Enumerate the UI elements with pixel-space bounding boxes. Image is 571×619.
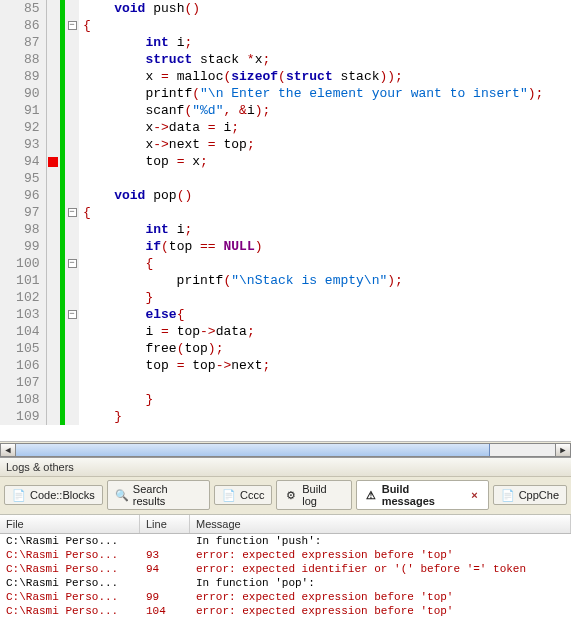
- code-line[interactable]: scanf("%d", &i);: [79, 102, 571, 119]
- code-line[interactable]: }: [79, 391, 571, 408]
- code-line[interactable]: {: [79, 17, 571, 34]
- msg-line: 99: [140, 590, 190, 604]
- fold-gutter[interactable]: [65, 119, 79, 136]
- line-number: 101: [0, 272, 46, 289]
- scroll-track[interactable]: [16, 443, 555, 457]
- code-line[interactable]: x->data = i;: [79, 119, 571, 136]
- code-line[interactable]: void pop(): [79, 187, 571, 204]
- code-line[interactable]: x = malloc(sizeof(struct stack));: [79, 68, 571, 85]
- code-line[interactable]: }: [79, 408, 571, 425]
- fold-gutter[interactable]: [65, 0, 79, 17]
- code-line[interactable]: void push(): [79, 0, 571, 17]
- fold-gutter[interactable]: [65, 187, 79, 204]
- message-row[interactable]: C:\Rasmi Perso...In function 'push':: [0, 534, 571, 548]
- marker-gutter: [46, 187, 60, 204]
- code-line[interactable]: {: [79, 255, 571, 272]
- fold-gutter[interactable]: [65, 85, 79, 102]
- tab-label: CppChe: [519, 489, 559, 501]
- fold-gutter[interactable]: [65, 170, 79, 187]
- marker-gutter: [46, 272, 60, 289]
- line-number: 105: [0, 340, 46, 357]
- code-line[interactable]: struct stack *x;: [79, 51, 571, 68]
- marker-gutter: [46, 153, 60, 170]
- code-line[interactable]: i = top->data;: [79, 323, 571, 340]
- marker-gutter: [46, 255, 60, 272]
- scroll-right-arrow[interactable]: ►: [555, 443, 571, 457]
- code-line[interactable]: {: [79, 204, 571, 221]
- marker-gutter: [46, 306, 60, 323]
- fold-gutter[interactable]: [65, 374, 79, 391]
- code-line[interactable]: int i;: [79, 34, 571, 51]
- line-number: 85: [0, 0, 46, 17]
- message-row[interactable]: C:\Rasmi Perso...94error: expected ident…: [0, 562, 571, 576]
- scroll-thumb[interactable]: [16, 444, 490, 456]
- code-editor[interactable]: 85 void push()86−{87 int i;88 struct sta…: [0, 0, 571, 441]
- close-icon[interactable]: ×: [468, 489, 480, 501]
- fold-gutter[interactable]: [65, 51, 79, 68]
- line-number: 94: [0, 153, 46, 170]
- fold-gutter[interactable]: [65, 153, 79, 170]
- col-header-message[interactable]: Message: [190, 515, 571, 533]
- message-row[interactable]: C:\Rasmi Perso...104error: expected expr…: [0, 604, 571, 618]
- fold-gutter[interactable]: [65, 68, 79, 85]
- horizontal-scrollbar[interactable]: ◄ ►: [0, 441, 571, 457]
- marker-gutter: [46, 102, 60, 119]
- tab-cppcheck[interactable]: 📄 CppChe: [493, 485, 567, 505]
- line-number: 97: [0, 204, 46, 221]
- fold-gutter[interactable]: [65, 357, 79, 374]
- code-line[interactable]: printf("\nStack is empty\n");: [79, 272, 571, 289]
- message-row[interactable]: C:\Rasmi Perso...93error: expected expre…: [0, 548, 571, 562]
- tab-search-results[interactable]: 🔍 Search results: [107, 480, 210, 510]
- code-line[interactable]: [79, 374, 571, 391]
- marker-gutter: [46, 289, 60, 306]
- fold-gutter[interactable]: −: [65, 255, 79, 272]
- marker-gutter: [46, 340, 60, 357]
- fold-gutter[interactable]: [65, 102, 79, 119]
- gear-icon: ⚙: [284, 488, 298, 502]
- line-number: 104: [0, 323, 46, 340]
- code-line[interactable]: x->next = top;: [79, 136, 571, 153]
- msg-text: error: expected expression before 'top': [190, 604, 571, 618]
- marker-gutter: [46, 17, 60, 34]
- code-line[interactable]: int i;: [79, 221, 571, 238]
- fold-gutter[interactable]: −: [65, 306, 79, 323]
- marker-gutter: [46, 0, 60, 17]
- code-line[interactable]: }: [79, 289, 571, 306]
- tab-build-messages[interactable]: ⚠ Build messages ×: [356, 480, 489, 510]
- tab-codeblocks[interactable]: 📄 Code::Blocks: [4, 485, 103, 505]
- message-row[interactable]: C:\Rasmi Perso...99error: expected expre…: [0, 590, 571, 604]
- fold-gutter[interactable]: [65, 340, 79, 357]
- col-header-file[interactable]: File: [0, 515, 140, 533]
- fold-gutter[interactable]: [65, 34, 79, 51]
- code-line[interactable]: free(top);: [79, 340, 571, 357]
- marker-gutter: [46, 170, 60, 187]
- code-line[interactable]: top = top->next;: [79, 357, 571, 374]
- code-line[interactable]: printf("\n Enter the element your want t…: [79, 85, 571, 102]
- marker-gutter: [46, 221, 60, 238]
- msg-text: error: expected expression before 'top': [190, 590, 571, 604]
- marker-gutter: [46, 34, 60, 51]
- code-line[interactable]: [79, 170, 571, 187]
- message-row[interactable]: C:\Rasmi Perso...In function 'pop':: [0, 576, 571, 590]
- tab-build-log[interactable]: ⚙ Build log: [276, 480, 351, 510]
- line-number: 99: [0, 238, 46, 255]
- fold-gutter[interactable]: [65, 238, 79, 255]
- fold-gutter[interactable]: [65, 323, 79, 340]
- fold-gutter[interactable]: [65, 221, 79, 238]
- line-number: 109: [0, 408, 46, 425]
- code-line[interactable]: top = x;: [79, 153, 571, 170]
- fold-gutter[interactable]: −: [65, 204, 79, 221]
- code-line[interactable]: if(top == NULL): [79, 238, 571, 255]
- scroll-left-arrow[interactable]: ◄: [0, 443, 16, 457]
- fold-gutter[interactable]: [65, 272, 79, 289]
- col-header-line[interactable]: Line: [140, 515, 190, 533]
- fold-gutter[interactable]: [65, 136, 79, 153]
- warning-icon: ⚠: [364, 488, 378, 502]
- fold-gutter[interactable]: −: [65, 17, 79, 34]
- fold-gutter[interactable]: [65, 408, 79, 425]
- fold-gutter[interactable]: [65, 289, 79, 306]
- fold-gutter[interactable]: [65, 391, 79, 408]
- line-number: 93: [0, 136, 46, 153]
- code-line[interactable]: else{: [79, 306, 571, 323]
- tab-cccc[interactable]: 📄 Cccc: [214, 485, 272, 505]
